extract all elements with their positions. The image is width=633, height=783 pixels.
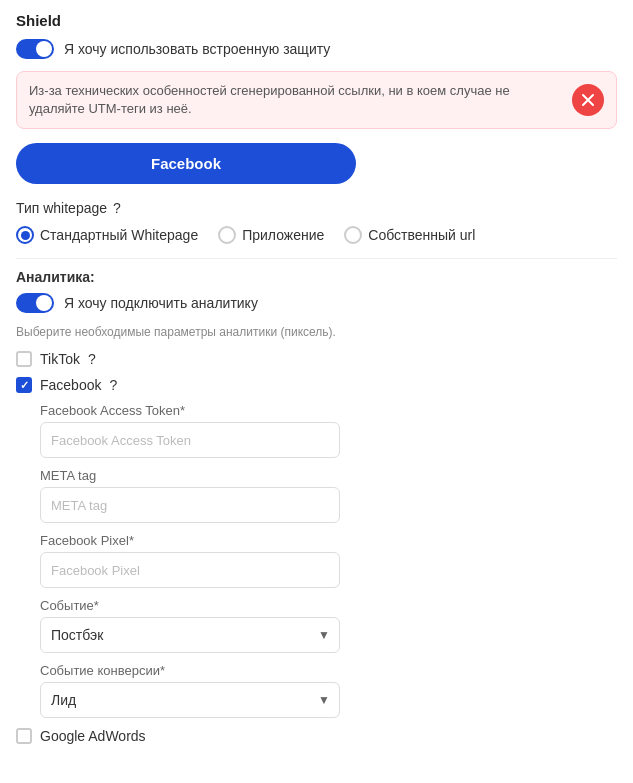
warning-text: Из-за технических особенностей сгенериро…: [29, 82, 562, 118]
warning-icon: [572, 84, 604, 116]
meta-tag-input[interactable]: [40, 487, 340, 523]
radio-custom-url[interactable]: Собственный url: [344, 226, 475, 244]
meta-tag-label: META tag: [40, 468, 617, 483]
analytics-toggle-row: Я хочу подключить аналитику: [16, 293, 617, 313]
google-adwords-label: Google AdWords: [40, 728, 146, 744]
event-select[interactable]: Постбэк PageView Lead Purchase: [40, 617, 340, 653]
tiktok-row[interactable]: TikTok ?: [16, 351, 617, 367]
google-adwords-checkbox[interactable]: [16, 728, 32, 744]
analytics-title: Аналитика:: [16, 269, 617, 285]
whitepage-help-icon[interactable]: ?: [113, 200, 121, 216]
facebook-label: Facebook: [40, 377, 101, 393]
shield-toggle[interactable]: [16, 39, 54, 59]
conversion-select[interactable]: Лид Purchase ViewContent AddToCart: [40, 682, 340, 718]
facebook-help-icon[interactable]: ?: [109, 377, 117, 393]
facebook-checkbox[interactable]: [16, 377, 32, 393]
pixel-label: Facebook Pixel*: [40, 533, 617, 548]
shield-section: Shield Я хочу использовать встроенную за…: [16, 12, 617, 59]
access-token-label: Facebook Access Token*: [40, 403, 617, 418]
analytics-hint: Выберите необходимые параметры аналитики…: [16, 325, 617, 339]
radio-app-label: Приложение: [242, 227, 324, 243]
whitepage-section: Тип whitepage ? Стандартный Whitepage Пр…: [16, 200, 617, 244]
conversion-select-wrapper: Лид Purchase ViewContent AddToCart ▼: [40, 682, 340, 718]
radio-app[interactable]: Приложение: [218, 226, 324, 244]
warning-box: Из-за технических особенностей сгенериро…: [16, 71, 617, 129]
radio-custom-url-label: Собственный url: [368, 227, 475, 243]
radio-custom-url-circle: [344, 226, 362, 244]
facebook-row[interactable]: Facebook ?: [16, 377, 617, 393]
facebook-button[interactable]: Facebook: [16, 143, 356, 184]
event-select-wrapper: Постбэк PageView Lead Purchase ▼: [40, 617, 340, 653]
shield-title: Shield: [16, 12, 617, 29]
access-token-input[interactable]: [40, 422, 340, 458]
radio-app-circle: [218, 226, 236, 244]
shield-toggle-row: Я хочу использовать встроенную защиту: [16, 39, 617, 59]
radio-standard-circle: [16, 226, 34, 244]
analytics-toggle[interactable]: [16, 293, 54, 313]
google-adwords-row[interactable]: Google AdWords: [16, 728, 617, 744]
shield-toggle-label: Я хочу использовать встроенную защиту: [64, 41, 330, 57]
whitepage-radio-group: Стандартный Whitepage Приложение Собстве…: [16, 226, 617, 244]
radio-standard[interactable]: Стандартный Whitepage: [16, 226, 198, 244]
analytics-section: Аналитика: Я хочу подключить аналитику В…: [16, 269, 617, 744]
pixel-input[interactable]: [40, 552, 340, 588]
facebook-sub-section: Facebook Access Token* META tag Facebook…: [40, 403, 617, 718]
event-label: Событие*: [40, 598, 617, 613]
tiktok-help-icon[interactable]: ?: [88, 351, 96, 367]
radio-standard-label: Стандартный Whitepage: [40, 227, 198, 243]
conversion-label: Событие конверсии*: [40, 663, 617, 678]
tiktok-checkbox[interactable]: [16, 351, 32, 367]
analytics-toggle-label: Я хочу подключить аналитику: [64, 295, 258, 311]
divider-1: [16, 258, 617, 259]
whitepage-label: Тип whitepage ?: [16, 200, 617, 216]
tiktok-label: TikTok: [40, 351, 80, 367]
